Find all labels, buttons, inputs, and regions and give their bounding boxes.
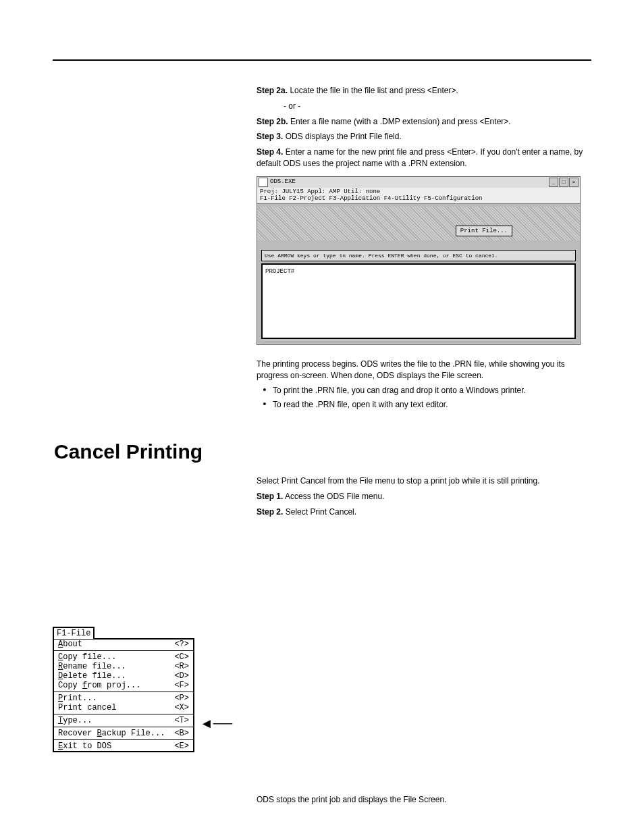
step3-text: ODS displays the Print File field. <box>286 132 402 141</box>
cancel-intro: Select Print Cancel from the File menu t… <box>257 475 591 487</box>
menu-item[interactable]: Print cancel<X> <box>54 703 193 712</box>
step3-label: Step 3. <box>257 132 283 141</box>
menu-item-label: Print cancel <box>58 703 116 712</box>
menu-divider <box>54 650 193 651</box>
status-line2: F1-File F2-Project F3-Application F4-Uti… <box>260 195 577 202</box>
arrow-icon: ◄── <box>200 716 232 731</box>
menu-item-label: Print... <box>58 694 97 703</box>
menu-item-label: Rename file... <box>58 662 126 671</box>
after-menu-text: ODS stops the print job and displays the… <box>257 794 591 806</box>
menu-item-shortcut: <D> <box>174 671 189 681</box>
menu-item-label: Type... <box>58 716 92 725</box>
step2a-label: Step 2a. <box>257 86 288 95</box>
cancel-step1-text: Access the ODS File menu. <box>285 492 384 501</box>
menu-item[interactable]: About<?> <box>54 640 193 649</box>
status-bar: Proj: JULY15 Appl: AMP Util: none F1-Fil… <box>257 188 580 204</box>
menu-item[interactable]: Copy file...<C> <box>54 652 193 662</box>
bullet-icon: • <box>257 399 273 409</box>
step2b-label: Step 2b. <box>257 117 288 126</box>
menu-divider <box>54 714 193 714</box>
menu-item-shortcut: <E> <box>174 741 189 751</box>
menu-divider <box>54 727 193 727</box>
window-title: ODS.EXE <box>270 178 548 186</box>
menu-item-shortcut: <X> <box>174 703 189 712</box>
menu-item-label: Copy file... <box>58 652 116 662</box>
bullet-icon: • <box>257 385 273 394</box>
menu-item-shortcut: <F> <box>174 681 189 690</box>
help-bar: Use ARROW keys or type in name. Press EN… <box>261 250 576 261</box>
menu-item-shortcut: <C> <box>174 652 189 662</box>
step4-text: Enter a name for the new print file and … <box>257 147 583 168</box>
menu-item-label: Exit to DOS <box>58 741 111 751</box>
app-icon <box>259 178 268 187</box>
menu-divider <box>54 692 193 692</box>
menu-item[interactable]: Print...<P> <box>54 694 193 703</box>
menu-item-shortcut: <?> <box>174 640 189 649</box>
after-para1: The printing process begins. ODS writes … <box>257 359 591 382</box>
step2b-text: Enter a file name (with a .DMP extension… <box>290 117 511 126</box>
print-file-button[interactable]: Print File... <box>456 226 512 237</box>
menu-item[interactable]: Rename file...<R> <box>54 662 193 671</box>
step4-label: Step 4. <box>257 147 283 157</box>
menu-item-label: Copy from proj... <box>58 681 140 690</box>
file-list[interactable]: PROJECT# <box>261 263 576 339</box>
file-menu: About<?>Copy file...<C>Rename file...<R>… <box>53 638 194 752</box>
status-line1: Proj: JULY15 Appl: AMP Util: none <box>260 188 577 195</box>
menu-item-shortcut: <P> <box>174 694 189 703</box>
menu-item[interactable]: Delete file...<D> <box>54 671 193 681</box>
file-menu-tab[interactable]: F1-File <box>53 627 95 639</box>
background-pattern <box>257 207 580 240</box>
bottom-bar <box>261 339 576 343</box>
menu-item-shortcut: <T> <box>174 716 189 725</box>
header-rule <box>53 59 591 61</box>
or-text: - or - <box>284 101 300 111</box>
menu-item-shortcut: <B> <box>174 729 189 738</box>
menu-item[interactable]: Exit to DOS<E> <box>54 741 193 751</box>
dos-window: ODS.EXE _ □ × Proj: JULY15 Appl: AMP Uti… <box>257 176 581 345</box>
menu-item[interactable]: Recover Backup File...<B> <box>54 729 193 738</box>
titlebar: ODS.EXE _ □ × <box>257 177 580 188</box>
menu-item[interactable]: Type...<T> <box>54 716 193 725</box>
bullet1: To print the .PRN file, you can drag and… <box>273 385 591 396</box>
menu-item[interactable]: Copy from proj...<F> <box>54 681 193 690</box>
bullet2: To read the .PRN file, open it with any … <box>273 399 591 411</box>
menu-item-label: Recover Backup File... <box>58 729 165 738</box>
menu-item-label: Delete file... <box>58 671 126 681</box>
menu-item-shortcut: <R> <box>174 662 189 671</box>
cancel-step1-label: Step 1. <box>257 492 283 501</box>
minimize-button[interactable]: _ <box>549 178 558 187</box>
maximize-button[interactable]: □ <box>559 178 568 187</box>
section-title-cancel: Cancel Printing <box>54 438 591 466</box>
list-item[interactable]: PROJECT# <box>265 267 572 276</box>
file-menu-container: F1-File About<?>Copy file...<C>Rename fi… <box>53 628 194 752</box>
cancel-step2-label: Step 2. <box>257 507 283 517</box>
menu-divider <box>54 739 193 740</box>
step2a-text: Locate the file in the file list and pre… <box>290 86 458 95</box>
close-button[interactable]: × <box>569 178 579 187</box>
cancel-step2-text: Select Print Cancel. <box>286 507 356 517</box>
menu-item-label: About <box>58 640 82 649</box>
